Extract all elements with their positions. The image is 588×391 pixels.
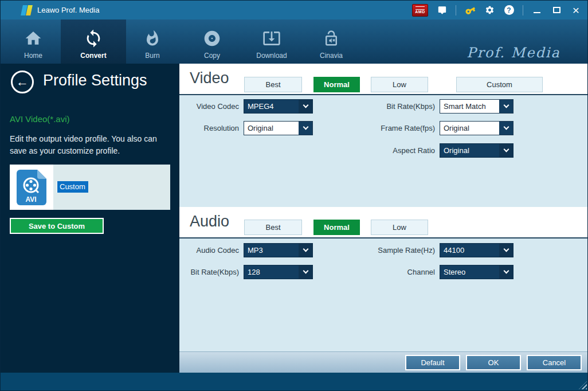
nav-tab-burn[interactable]: Burn bbox=[130, 19, 175, 64]
save-to-custom-button[interactable]: Save to Custom bbox=[10, 218, 104, 234]
video-quality-low-label: Low bbox=[393, 80, 406, 89]
avi-file-iconbox: AVI bbox=[10, 165, 53, 210]
selected-profile-name: AVI Video(*.avi) bbox=[10, 114, 70, 124]
avi-icon-label: AVI bbox=[25, 196, 36, 204]
nav-tab-convert[interactable]: Convert bbox=[61, 19, 126, 64]
chevron-down-icon bbox=[499, 244, 513, 257]
help-glyph: ? bbox=[504, 5, 514, 15]
audio-bitrate-label: Bit Rate(Kbps) bbox=[183, 265, 239, 279]
dialog-action-bar: Default OK Cancel bbox=[179, 351, 588, 373]
video-quality-normal-button[interactable]: Normal bbox=[313, 77, 360, 92]
profile-name-edit-field[interactable]: Custom bbox=[57, 181, 88, 193]
home-icon bbox=[24, 27, 42, 50]
video-quality-best-label: Best bbox=[265, 80, 280, 89]
nav-tab-cinavia[interactable]: Cinavia bbox=[308, 19, 354, 64]
amd-badge-label: AMD bbox=[415, 10, 425, 14]
back-button[interactable]: ← bbox=[11, 71, 34, 93]
video-codec-select[interactable]: MPEG4 bbox=[244, 99, 313, 114]
save-to-custom-label: Save to Custom bbox=[29, 222, 85, 230]
sample-rate-value: 44100 bbox=[440, 244, 499, 257]
maximize-button[interactable] bbox=[551, 4, 562, 17]
video-section-title: Video bbox=[190, 69, 229, 87]
video-codec-value: MPEG4 bbox=[244, 100, 299, 113]
status-footer bbox=[1, 373, 588, 391]
brand-logo: Prof. Media bbox=[449, 45, 578, 61]
profile-settings-sidebar: ← Profile Settings AVI Video(*.avi) Edit… bbox=[1, 64, 179, 373]
titlebar-controls: AMD ? × bbox=[412, 4, 582, 17]
nav-tab-download[interactable]: Download bbox=[244, 19, 299, 64]
aspect-ratio-value: Original bbox=[440, 144, 499, 157]
feedback-bubble-icon[interactable] bbox=[436, 4, 448, 17]
audio-codec-value: MP3 bbox=[244, 244, 299, 257]
resize-grip[interactable] bbox=[579, 381, 587, 389]
cancel-button[interactable]: Cancel bbox=[527, 355, 582, 370]
close-glyph: × bbox=[573, 5, 579, 16]
ok-button[interactable]: OK bbox=[466, 355, 521, 370]
leawo-logo-icon bbox=[21, 5, 33, 15]
sample-rate-select[interactable]: 44100 bbox=[440, 243, 513, 257]
register-key-icon[interactable] bbox=[462, 2, 478, 18]
nav-label-copy: Copy bbox=[204, 52, 220, 60]
nav-tab-copy[interactable]: Copy bbox=[189, 19, 235, 64]
default-button[interactable]: Default bbox=[405, 355, 460, 370]
chevron-down-icon bbox=[299, 265, 312, 279]
nav-label-cinavia: Cinavia bbox=[320, 52, 343, 60]
chevron-down-icon bbox=[499, 144, 513, 157]
nav-label-download: Download bbox=[256, 52, 287, 60]
audio-bitrate-select[interactable]: 128 bbox=[244, 265, 313, 279]
close-button[interactable]: × bbox=[570, 4, 582, 17]
cancel-button-label: Cancel bbox=[543, 358, 566, 367]
audio-codec-label: Audio Codec bbox=[183, 243, 239, 257]
framerate-value: Original bbox=[440, 122, 499, 135]
profile-description: Edit the output video profile. You also … bbox=[10, 133, 173, 157]
cinavia-icon bbox=[323, 27, 340, 50]
audio-bitrate-value: 128 bbox=[244, 265, 299, 279]
resolution-select[interactable]: Original bbox=[244, 121, 313, 135]
custom-profile-item[interactable]: AVI Custom bbox=[10, 165, 170, 210]
aspect-ratio-select[interactable]: Original bbox=[440, 143, 513, 158]
amd-radeon-badge-icon: AMD bbox=[412, 4, 428, 17]
resolution-label: Resolution bbox=[183, 121, 239, 135]
help-icon[interactable]: ? bbox=[503, 4, 515, 17]
video-quality-custom-button[interactable]: Custom bbox=[456, 77, 543, 92]
audio-quality-normal-label: Normal bbox=[324, 223, 350, 232]
audio-quality-best-label: Best bbox=[265, 223, 280, 232]
titlebar: Leawo Prof. Media AMD ? × bbox=[1, 1, 587, 19]
app-window: Leawo Prof. Media AMD ? × bbox=[0, 0, 588, 391]
video-codec-label: Video Codec bbox=[183, 99, 239, 114]
titlebar-separator bbox=[456, 5, 456, 15]
audio-codec-select[interactable]: MP3 bbox=[244, 243, 313, 257]
settings-gear-icon[interactable] bbox=[484, 4, 495, 17]
video-quality-best-button[interactable]: Best bbox=[244, 77, 302, 92]
audio-quality-best-button[interactable]: Best bbox=[244, 220, 302, 235]
titlebar-separator bbox=[523, 5, 523, 15]
audio-section-title: Audio bbox=[190, 213, 229, 230]
framerate-select[interactable]: Original bbox=[440, 121, 513, 135]
page-title: Profile Settings bbox=[43, 72, 147, 89]
ok-button-label: OK bbox=[488, 358, 499, 367]
channel-select[interactable]: Stereo bbox=[440, 265, 513, 279]
framerate-label: Frame Rate(fps) bbox=[360, 121, 435, 135]
chevron-down-icon bbox=[299, 100, 312, 113]
audio-quality-normal-button[interactable]: Normal bbox=[313, 220, 360, 235]
video-quality-low-button[interactable]: Low bbox=[371, 77, 428, 92]
audio-quality-low-button[interactable]: Low bbox=[371, 220, 428, 235]
default-button-label: Default bbox=[421, 358, 444, 367]
window-title: Leawo Prof. Media bbox=[37, 6, 99, 14]
audio-quality-low-label: Low bbox=[393, 223, 406, 232]
chevron-down-icon bbox=[499, 265, 513, 279]
chevron-down-icon bbox=[499, 100, 513, 113]
channel-value: Stereo bbox=[440, 265, 499, 279]
video-bitrate-select[interactable]: Smart Match bbox=[440, 99, 513, 114]
chevron-down-icon bbox=[499, 122, 513, 135]
chevron-down-icon bbox=[299, 122, 312, 135]
download-icon bbox=[262, 27, 281, 50]
minimize-button[interactable] bbox=[531, 4, 543, 17]
nav-label-home: Home bbox=[24, 52, 42, 60]
copy-icon bbox=[203, 27, 221, 50]
aspect-ratio-label: Aspect Ratio bbox=[360, 143, 435, 158]
nav-tab-home[interactable]: Home bbox=[10, 19, 56, 64]
video-bitrate-value: Smart Match bbox=[440, 100, 499, 113]
back-arrow-icon: ← bbox=[16, 75, 29, 89]
resolution-value: Original bbox=[244, 122, 299, 135]
